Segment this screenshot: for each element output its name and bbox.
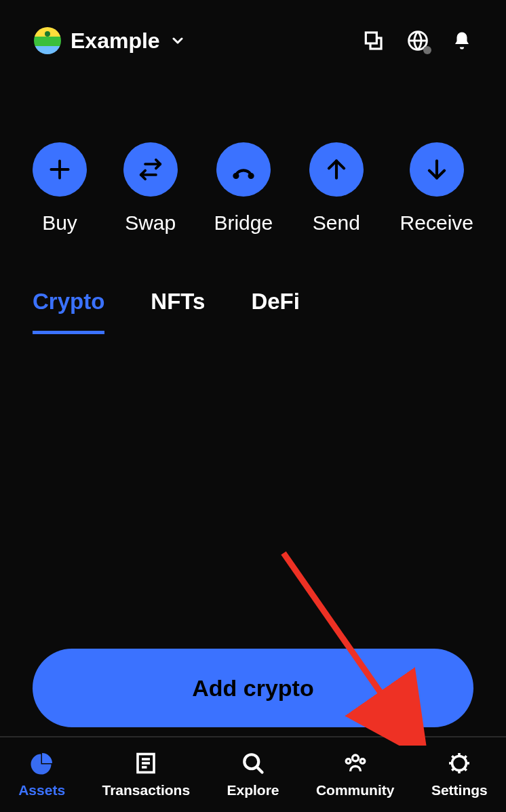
plus-icon bbox=[33, 142, 87, 197]
avatar bbox=[34, 27, 61, 54]
asset-tabs: Crypto NFTs DeFi bbox=[0, 235, 506, 334]
header-actions bbox=[362, 30, 472, 52]
add-crypto-button[interactable]: Add crypto bbox=[33, 649, 473, 727]
tab-defi[interactable]: DeFi bbox=[251, 289, 300, 334]
action-swap[interactable]: Swap bbox=[123, 142, 178, 235]
add-crypto-wrap: Add crypto bbox=[33, 649, 473, 727]
bell-icon[interactable] bbox=[452, 31, 472, 51]
header: Example bbox=[0, 0, 506, 68]
gear-icon bbox=[447, 751, 471, 775]
svg-line-26 bbox=[452, 769, 454, 771]
svg-point-16 bbox=[352, 755, 358, 761]
nav-transactions[interactable]: Transactions bbox=[102, 751, 191, 798]
svg-point-6 bbox=[234, 174, 237, 178]
svg-point-17 bbox=[346, 759, 351, 764]
people-icon bbox=[342, 751, 369, 775]
action-receive[interactable]: Receive bbox=[400, 142, 473, 235]
copy-icon[interactable] bbox=[362, 30, 384, 52]
svg-point-18 bbox=[360, 759, 365, 764]
bridge-icon bbox=[216, 142, 271, 197]
globe-icon[interactable] bbox=[407, 30, 429, 52]
bottom-nav: Assets Transactions Explore Community Se… bbox=[0, 736, 506, 812]
swap-icon bbox=[123, 142, 178, 197]
status-dot bbox=[423, 46, 431, 54]
list-icon bbox=[134, 751, 158, 775]
nav-settings[interactable]: Settings bbox=[431, 751, 488, 798]
chevron-down-icon bbox=[170, 33, 186, 49]
action-label: Buy bbox=[42, 211, 77, 235]
account-switcher[interactable]: Example bbox=[34, 27, 186, 54]
nav-explore[interactable]: Explore bbox=[227, 751, 279, 798]
nav-label: Assets bbox=[18, 782, 65, 798]
action-label: Send bbox=[313, 211, 360, 235]
tab-crypto[interactable]: Crypto bbox=[33, 289, 104, 334]
svg-line-27 bbox=[465, 756, 467, 758]
nav-label: Explore bbox=[227, 782, 279, 798]
search-icon bbox=[241, 751, 265, 775]
tab-nfts[interactable]: NFTs bbox=[151, 289, 205, 334]
action-bridge[interactable]: Bridge bbox=[214, 142, 273, 235]
arrow-up-icon bbox=[309, 142, 364, 197]
svg-line-24 bbox=[452, 756, 454, 758]
action-label: Bridge bbox=[214, 211, 273, 235]
svg-line-25 bbox=[465, 769, 467, 771]
nav-label: Settings bbox=[431, 782, 488, 798]
svg-line-15 bbox=[257, 767, 262, 773]
svg-rect-1 bbox=[366, 33, 376, 43]
action-label: Receive bbox=[400, 211, 473, 235]
action-label: Swap bbox=[125, 211, 176, 235]
action-send[interactable]: Send bbox=[309, 142, 364, 235]
svg-point-19 bbox=[452, 756, 467, 771]
nav-label: Community bbox=[316, 782, 395, 798]
arrow-down-icon bbox=[410, 142, 464, 197]
pie-icon bbox=[30, 751, 54, 775]
svg-point-7 bbox=[249, 174, 252, 178]
action-row: Buy Swap Bridge Send Receive bbox=[0, 68, 506, 235]
account-name: Example bbox=[71, 28, 160, 54]
action-buy[interactable]: Buy bbox=[33, 142, 87, 235]
nav-community[interactable]: Community bbox=[316, 751, 395, 798]
nav-assets[interactable]: Assets bbox=[18, 751, 65, 798]
nav-label: Transactions bbox=[102, 782, 191, 798]
